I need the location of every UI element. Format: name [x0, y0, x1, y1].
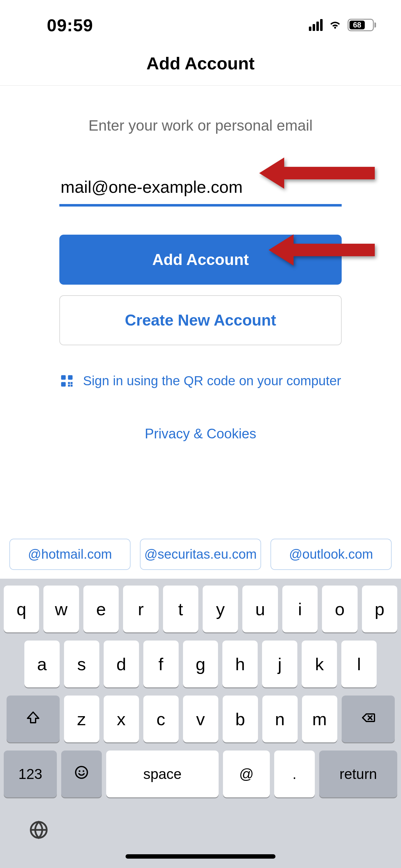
- qr-signin-label: Sign in using the QR code on your comput…: [83, 373, 341, 389]
- key-h[interactable]: h: [222, 641, 258, 687]
- svg-rect-6: [71, 384, 72, 386]
- key-at[interactable]: @: [223, 750, 270, 797]
- keyboard-bottom-bar: [0, 810, 401, 854]
- key-shift[interactable]: [6, 695, 60, 742]
- svg-rect-4: [71, 382, 72, 384]
- keyboard: q w e r t y u i o p a s d f g h j k l: [0, 579, 401, 810]
- key-z[interactable]: z: [64, 695, 99, 742]
- svg-point-9: [75, 767, 88, 778]
- key-w[interactable]: w: [43, 586, 79, 632]
- home-indicator[interactable]: [126, 854, 275, 859]
- create-new-account-button[interactable]: Create New Account: [59, 295, 342, 345]
- key-e[interactable]: e: [83, 586, 119, 632]
- qr-code-icon: [60, 374, 74, 388]
- wifi-icon: [328, 18, 342, 32]
- key-o[interactable]: o: [322, 586, 357, 632]
- battery-icon: 68: [347, 19, 376, 31]
- key-s[interactable]: s: [64, 641, 99, 687]
- svg-rect-3: [68, 382, 70, 384]
- svg-rect-2: [61, 382, 66, 387]
- svg-point-10: [79, 770, 80, 772]
- key-backspace[interactable]: [342, 695, 395, 742]
- suggestion-chip[interactable]: @outlook.com: [270, 539, 392, 570]
- status-bar: 09:59 68: [0, 0, 401, 44]
- globe-icon: [28, 836, 49, 841]
- key-p[interactable]: p: [362, 586, 397, 632]
- key-r[interactable]: r: [123, 586, 158, 632]
- key-globe[interactable]: [28, 819, 49, 842]
- status-time: 09:59: [19, 15, 93, 35]
- prompt-text: Enter your work or personal email: [59, 117, 342, 134]
- key-a[interactable]: a: [24, 641, 60, 687]
- page-title: Add Account: [0, 53, 401, 73]
- key-f[interactable]: f: [143, 641, 179, 687]
- key-dot[interactable]: .: [274, 750, 315, 797]
- key-emoji[interactable]: [61, 750, 102, 797]
- emoji-icon: [74, 765, 89, 784]
- key-u[interactable]: u: [242, 586, 278, 632]
- key-x[interactable]: x: [104, 695, 139, 742]
- key-c[interactable]: c: [143, 695, 179, 742]
- cellular-signal-icon: [309, 19, 323, 31]
- key-y[interactable]: y: [203, 586, 238, 632]
- key-l[interactable]: l: [341, 641, 377, 687]
- status-indicators: 68: [309, 18, 382, 32]
- qr-signin-link[interactable]: Sign in using the QR code on your comput…: [59, 373, 342, 389]
- key-d[interactable]: d: [104, 641, 139, 687]
- key-return[interactable]: return: [319, 750, 397, 797]
- shift-icon: [26, 709, 41, 729]
- key-space[interactable]: space: [106, 750, 219, 797]
- key-b[interactable]: b: [223, 695, 258, 742]
- svg-rect-5: [68, 384, 70, 386]
- suggestion-chip[interactable]: @securitas.eu.com: [140, 539, 261, 570]
- key-m[interactable]: m: [302, 695, 337, 742]
- suggestion-bar: @hotmail.com @securitas.eu.com @outlook.…: [0, 532, 401, 579]
- email-field-wrap: [59, 175, 342, 207]
- home-indicator-area: [0, 854, 401, 868]
- key-v[interactable]: v: [183, 695, 218, 742]
- backspace-icon: [361, 709, 376, 729]
- key-k[interactable]: k: [302, 641, 337, 687]
- key-j[interactable]: j: [262, 641, 297, 687]
- svg-point-11: [83, 770, 84, 772]
- privacy-cookies-link[interactable]: Privacy & Cookies: [59, 426, 342, 441]
- key-i[interactable]: i: [282, 586, 318, 632]
- suggestion-chip[interactable]: @hotmail.com: [9, 539, 131, 570]
- key-q[interactable]: q: [4, 586, 39, 632]
- key-g[interactable]: g: [183, 641, 218, 687]
- key-numeric[interactable]: 123: [4, 750, 57, 797]
- svg-rect-0: [61, 375, 66, 380]
- key-n[interactable]: n: [262, 695, 298, 742]
- add-account-button[interactable]: Add Account: [59, 235, 342, 285]
- key-t[interactable]: t: [163, 586, 198, 632]
- nav-header: Add Account: [0, 44, 401, 86]
- svg-rect-1: [68, 375, 72, 380]
- content-area: Enter your work or personal email Add Ac…: [0, 86, 401, 532]
- email-input[interactable]: [59, 175, 342, 207]
